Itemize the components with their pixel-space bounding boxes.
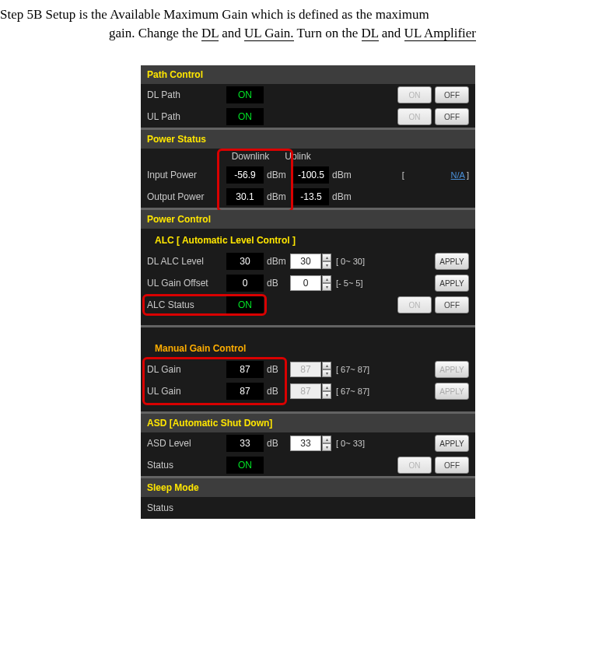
asd-status-row: Status ON ON OFF [141,454,475,476]
chevron-up-icon: ▴ [322,436,331,443]
unit-dbm: dBm [267,256,290,267]
asd-level-spinner[interactable]: ▴▾ [322,436,331,451]
dl-alc-row: DL ALC Level 30 dBm 30 ▴▾ [ 0~ 30] APPLY [141,250,475,272]
ul-gain-spinner[interactable]: ▴▾ [322,383,331,399]
ul-path-row: UL Path ON ON OFF [141,106,475,128]
dl-alc-label: DL ALC Level [147,256,223,267]
na-link[interactable]: N/A [451,170,465,180]
ul-gain: UL Gain. [244,26,294,41]
line2-turn: Turn on the [294,26,362,40]
asd-status-value: ON [226,457,264,474]
dl-text: DL [201,26,219,41]
unit-db: dB [267,386,290,397]
output-dl-value: 30.1 [226,188,264,205]
manual-gain-title: Manual Gain Control [141,337,475,359]
unit-db: dB [267,438,290,449]
sleep-mode-title: Sleep Mode [141,478,475,497]
asd-title: ASD [Automatic Shut Down] [141,414,475,432]
step-label: Step 5B [0,6,42,23]
downlink-header: Downlink [225,151,276,162]
dl-gain-value: 87 [226,361,264,378]
ul-gain-offset-range: [- 5~ 5] [336,278,363,288]
sleep-status-label: Status [147,502,223,513]
ul-gain-apply-button[interactable]: APPLY [435,383,469,400]
power-control-title: Power Control [141,210,475,229]
dl-gain-range: [ 67~ 87] [336,365,369,374]
dl-alc-range: [ 0~ 30] [336,257,365,266]
unit-db: dB [267,364,290,375]
alc-status-row: ALC Status ON ON OFF [141,294,475,316]
path-control-title: Path Control [141,65,475,84]
alc-status-value: ON [226,296,264,313]
config-panel: Path Control DL Path ON ON OFF UL Path O… [141,65,475,519]
chevron-up-icon: ▴ [322,383,331,391]
dl-path-on-button[interactable]: ON [397,86,432,103]
ul-gain-range: [ 67~ 87] [336,387,369,396]
asd-level-row: ASD Level 33 dB 33 ▴▾ [ 0~ 33] APPLY [141,432,475,454]
alc-off-button[interactable]: OFF [435,296,469,313]
output-power-label: Output Power [147,191,223,202]
input-ul-value: -100.5 [293,166,329,184]
dl-gain-apply-button[interactable]: APPLY [435,361,469,378]
asd-level-value: 33 [226,435,264,452]
chevron-up-icon: ▴ [322,254,331,261]
line2-pre: gain. Change the [109,26,201,40]
ul-path-off-button[interactable]: OFF [435,108,469,125]
asd-apply-button[interactable]: APPLY [435,435,469,452]
dl-gain-spinner[interactable]: ▴▾ [322,362,331,377]
ul-gain-offset-apply-button[interactable]: APPLY [435,275,469,292]
chevron-down-icon: ▾ [322,261,331,269]
ul-gain-row: UL Gain 87 dB 87 ▴▾ [ 67~ 87] APPLY [141,380,475,402]
dl-path-row: DL Path ON ON OFF [141,84,475,106]
instruction-text: Step 5B Setup is the Available Maximum G… [0,0,616,42]
asd-level-label: ASD Level [147,438,223,449]
input-power-label: Input Power [147,170,223,180]
dl-gain-input[interactable]: 87 [290,362,321,377]
ul-gain-label: UL Gain [147,386,223,397]
ul-path-on-button[interactable]: ON [397,108,432,125]
alc-subtitle: ALC [ Automatic Level Control ] [141,229,475,250]
chevron-down-icon: ▾ [322,391,331,399]
asd-off-button[interactable]: OFF [435,457,469,474]
power-status-title: Power Status [141,130,475,149]
dl-gain-row: DL Gain 87 dB 87 ▴▾ [ 67~ 87] APPLY [141,359,475,380]
ul-path-value: ON [226,108,264,125]
input-power-row: Input Power -56.9 dBm -100.5 dBm [ N/A ] [141,164,475,186]
ul-gain-offset-spinner[interactable]: ▴▾ [322,275,331,291]
dl-path-off-button[interactable]: OFF [435,86,469,103]
unit-dbm: dBm [332,170,355,180]
unit-dbm: dBm [332,191,355,202]
ul-path-label: UL Path [147,111,223,122]
unit-db: dB [267,278,290,289]
dl-path-label: DL Path [147,89,223,100]
ul-gain-offset-input[interactable]: 0 [290,275,321,291]
chevron-down-icon: ▾ [322,443,331,451]
line2-and: and [219,26,244,40]
asd-on-button[interactable]: ON [397,457,432,474]
ul-gain-value: 87 [226,383,264,400]
ul-gain-input[interactable]: 87 [290,383,321,399]
alc-status-label: ALC Status [147,299,223,310]
dl-alc-input[interactable]: 30 [290,254,321,269]
ul-amp: UL Amplifier [404,26,476,41]
dl-alc-spinner[interactable]: ▴▾ [322,254,331,269]
chevron-down-icon: ▾ [322,369,331,377]
unit-dbm: dBm [267,170,290,180]
asd-status-label: Status [147,460,223,471]
dl-text2: DL [362,26,379,41]
chevron-up-icon: ▴ [322,362,331,369]
chevron-up-icon: ▴ [322,275,331,283]
unit-dbm: dBm [267,191,290,202]
dl-path-value: ON [226,86,264,103]
asd-level-input[interactable]: 33 [290,436,321,451]
alc-on-button[interactable]: ON [397,296,432,313]
chevron-down-icon: ▾ [322,283,331,291]
dl-gain-label: DL Gain [147,364,223,375]
input-dl-value: -56.9 [226,166,264,184]
output-power-row: Output Power 30.1 dBm -13.5 dBm [141,186,475,208]
line2-and2: and [379,26,404,40]
uplink-header: Uplink [276,151,320,162]
ul-gain-offset-value: 0 [226,275,264,292]
ul-gain-offset-row: UL Gain Offset 0 dB 0 ▴▾ [- 5~ 5] APPLY [141,272,475,294]
dl-alc-apply-button[interactable]: APPLY [435,253,469,270]
